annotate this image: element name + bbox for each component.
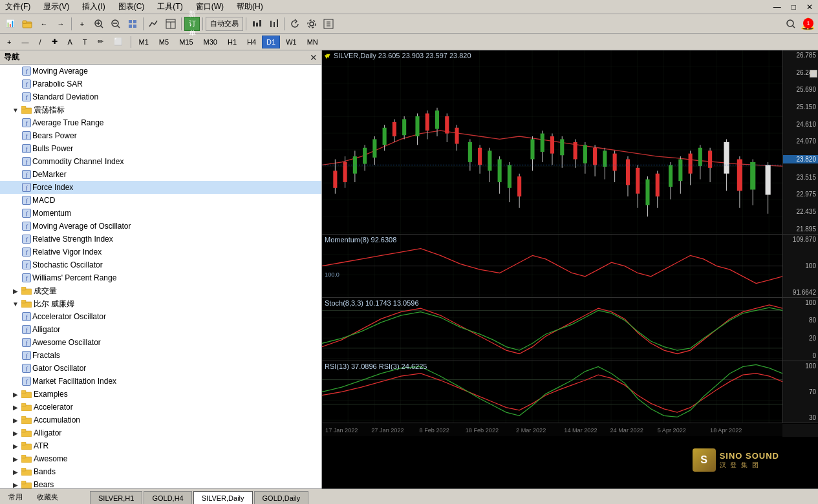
indicators-button[interactable]: [146, 16, 162, 32]
line-button[interactable]: —: [17, 36, 33, 48]
cross-button[interactable]: ✚: [47, 36, 62, 48]
pencil-button[interactable]: ✏: [93, 36, 108, 48]
close-button[interactable]: ✕: [804, 1, 815, 13]
tree-item-macd[interactable]: f MACD: [0, 194, 321, 207]
svg-rect-56: [333, 171, 337, 188]
tf-mn[interactable]: MN: [303, 36, 323, 48]
menu-chart[interactable]: 图表(C): [116, 0, 147, 14]
templates-button[interactable]: [163, 16, 178, 32]
auto-trade-button[interactable]: 自动交易: [206, 17, 243, 31]
menu-view[interactable]: 显示(V): [41, 0, 72, 14]
candlestick-chart[interactable]: [322, 50, 782, 234]
tree-item-bulls-power[interactable]: f Bulls Power: [0, 142, 321, 155]
tree-item-atr[interactable]: ▶ ATR: [0, 439, 321, 452]
tree-item-force-index[interactable]: f Force Index: [0, 181, 321, 194]
stochastic-scale: 100 80 20 0: [782, 298, 818, 361]
tf-m1[interactable]: M1: [135, 36, 153, 48]
undo-button[interactable]: ←: [36, 16, 52, 32]
more-button[interactable]: [321, 16, 336, 32]
svg-rect-136: [766, 165, 771, 194]
new-chart-button[interactable]: 📊: [3, 16, 18, 32]
refresh-button[interactable]: [287, 16, 303, 32]
maximize-button[interactable]: □: [789, 1, 799, 13]
tree-item-stochastic[interactable]: f Stochastic Oscillator: [0, 258, 321, 271]
svg-rect-102: [574, 142, 577, 160]
properties-button[interactable]: [125, 16, 140, 32]
tree-item-awesome[interactable]: ▶ Awesome: [0, 452, 321, 465]
tree-item-standard-deviation[interactable]: f Standard Deviation: [0, 90, 321, 103]
tree-item-bands[interactable]: ▶ Bands: [0, 465, 321, 478]
tree-item-bier-william[interactable]: ▼ 比尔 威廉姆: [0, 297, 321, 310]
menu-file[interactable]: 文件(F): [3, 0, 33, 14]
text-button[interactable]: A: [63, 36, 77, 48]
new-order-button[interactable]: 新订单: [184, 17, 200, 31]
tree-item-examples[interactable]: ▶ Examples: [0, 388, 321, 401]
separator3: [181, 17, 182, 30]
tree-item-market-facilitation-index[interactable]: f Market Facilitation Index: [0, 375, 321, 388]
menu-insert[interactable]: 插入(I): [80, 0, 107, 14]
menu-window[interactable]: 窗口(W): [193, 0, 226, 14]
tree-item-rvi[interactable]: f Relative Vigor Index: [0, 246, 321, 258]
tf-h1[interactable]: H1: [223, 36, 241, 48]
rsi-chart[interactable]: [322, 361, 782, 423]
tree-item-commodity-channel-index[interactable]: f Commodity Channel Index: [0, 155, 321, 168]
sidebar-scroll-up[interactable]: ▲: [810, 70, 817, 78]
menu-help[interactable]: 帮助(H): [234, 0, 266, 14]
svg-rect-108: [603, 151, 607, 167]
status-tab-favorites[interactable]: 收藏夹: [31, 490, 64, 504]
notification-badge: 1: [803, 18, 813, 28]
tree-item-rsi[interactable]: f Relative Strength Index: [0, 233, 321, 246]
tree-item-moving-average[interactable]: f Moving Average: [0, 65, 321, 78]
tree-item-williams[interactable]: f Williams' Percent Range: [0, 271, 321, 284]
tree-item-zhenfu[interactable]: ▼ 震荡指标: [0, 103, 321, 116]
tree-item-momentum[interactable]: f Momentum: [0, 207, 321, 220]
crosshair-button[interactable]: +: [74, 16, 90, 32]
label-button[interactable]: T: [78, 36, 92, 48]
angle-button[interactable]: /: [34, 36, 45, 48]
open-button[interactable]: [19, 16, 35, 32]
price-25150: 25.150: [783, 103, 818, 110]
zoom-out-button[interactable]: [108, 16, 124, 32]
tree-item-accumulation[interactable]: ▶ Accumulation: [0, 414, 321, 426]
search-button[interactable]: [783, 16, 799, 32]
tree-item-accelerator2[interactable]: ▶ Accelerator: [0, 401, 321, 414]
price-24070: 24.070: [783, 138, 818, 145]
tf-h4[interactable]: H4: [242, 36, 261, 48]
tree-item-parabolic-sar[interactable]: f Parabolic SAR: [0, 78, 321, 90]
momentum-chart[interactable]: 100.0: [322, 235, 782, 297]
sidebar-close-button[interactable]: ✕: [310, 52, 318, 63]
stochastic-chart[interactable]: [322, 298, 782, 361]
chart-type-button[interactable]: [249, 16, 264, 32]
menu-tools[interactable]: 工具(T): [155, 0, 185, 14]
tf-w1[interactable]: W1: [281, 36, 301, 48]
cursor-button[interactable]: +: [3, 36, 16, 48]
tree-item-awesome-oscillator[interactable]: f Awesome Oscillator: [0, 336, 321, 349]
tree-item-mao[interactable]: f Moving Average of Oscillator: [0, 220, 321, 233]
tree-item-demarker[interactable]: f DeMarker: [0, 168, 321, 181]
tf-d1[interactable]: D1: [262, 36, 280, 48]
tree-item-gator-oscillator[interactable]: f Gator Oscillator: [0, 362, 321, 375]
tree-item-average-true-range[interactable]: f Average True Range: [0, 116, 321, 129]
tree-item-alligator2[interactable]: ▶ Alligator: [0, 426, 321, 439]
tree-item-bears2[interactable]: ▶ Bears: [0, 478, 321, 488]
tf-m5[interactable]: M5: [155, 36, 173, 48]
status-tab-common[interactable]: 常用: [3, 490, 28, 504]
redo-button[interactable]: →: [53, 16, 69, 32]
tree-item-fractals[interactable]: f Fractals: [0, 349, 321, 362]
minimize-button[interactable]: —: [771, 1, 784, 13]
bar-chart-button[interactable]: [266, 16, 281, 32]
settings-button[interactable]: [304, 16, 319, 32]
chart-tab-silver-daily[interactable]: SILVER,Daily: [193, 491, 253, 504]
chart-tab-gold-daily[interactable]: GOLD,Daily: [254, 491, 309, 504]
tf-m15[interactable]: M15: [175, 36, 197, 48]
sidebar-content[interactable]: f Moving Average f Parabolic SAR f Stand…: [0, 65, 321, 488]
tree-item-bears-power[interactable]: f Bears Power: [0, 129, 321, 142]
rect-button[interactable]: ⬜: [109, 36, 127, 48]
tf-m30[interactable]: M30: [199, 36, 222, 48]
chart-tab-gold-h4[interactable]: GOLD,H4: [144, 491, 191, 504]
tree-item-alligator[interactable]: f Alligator: [0, 323, 321, 336]
tree-item-accelerator-oscillator[interactable]: f Accelerator Oscillator: [0, 310, 321, 323]
chart-tab-silver-h1[interactable]: SILVER,H1: [90, 491, 142, 504]
zoom-in-button[interactable]: [91, 16, 107, 32]
tree-item-chengjiaoliang[interactable]: ▶ 成交量: [0, 284, 321, 297]
